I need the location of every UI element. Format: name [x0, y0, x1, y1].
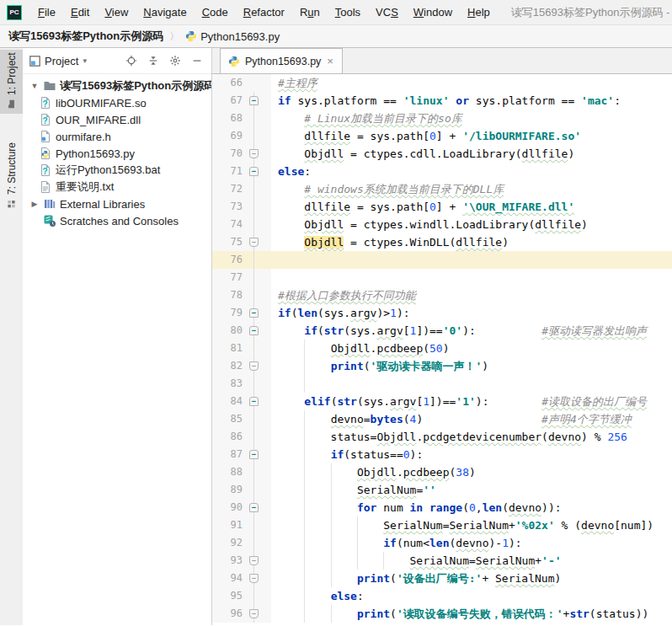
menu-item-file[interactable]: File	[30, 3, 63, 21]
fold-region-end-icon[interactable]: −	[249, 149, 259, 158]
source-text[interactable]: SerialNum=''	[271, 481, 672, 499]
code-line-91[interactable]: 91 SerialNum=SerialNum+'%02x' % (devno[n…	[212, 516, 672, 534]
source-text[interactable]: SerialNum=SerialNum+'-'	[271, 552, 672, 570]
source-text[interactable]: dllfile = sys.path[0] + '/libOURMIFARE.s…	[271, 127, 672, 145]
fold-region-end-icon[interactable]: −	[249, 556, 259, 565]
code-line-80[interactable]: 80− if(str(sys.argv[1])=='0'): #驱动读写器发出响…	[212, 322, 672, 340]
code-line-88[interactable]: 88 Objdll.pcdbeep(38)	[212, 463, 672, 481]
source-text[interactable]: status=Objdll.pcdgetdevicenumber(devno) …	[271, 428, 672, 446]
menu-item-code[interactable]: Code	[195, 3, 236, 21]
menu-item-run[interactable]: Run	[292, 3, 328, 21]
source-text[interactable]: for num in range(0,len(devno)):	[271, 499, 672, 516]
collapse-all-button[interactable]	[144, 51, 163, 70]
source-text[interactable]: else:	[271, 587, 672, 605]
locate-file-button[interactable]	[122, 51, 141, 70]
tab-close-icon[interactable]: ×	[326, 55, 334, 67]
source-text[interactable]: print('驱动读卡器嘀一声！')	[271, 357, 672, 375]
code-line-77[interactable]: 77	[212, 269, 672, 286]
source-text[interactable]: #主程序	[271, 74, 672, 92]
menu-item-vcs[interactable]: VCS	[368, 3, 406, 21]
code-line-71[interactable]: 71−else:	[212, 163, 672, 180]
code-line-79[interactable]: 79−if(len(sys.argv)>1):	[212, 304, 672, 322]
code-line-66[interactable]: 66#主程序	[212, 74, 672, 92]
menu-item-tools[interactable]: Tools	[328, 3, 368, 21]
code-line-78[interactable]: 78#根据入口参数执行不同功能	[212, 286, 672, 304]
code-line-96[interactable]: 96− print('读取设备编号失败，错误代码：'+str(status))	[212, 605, 672, 623]
fold-region-start-icon[interactable]: −	[249, 96, 259, 105]
code-line-90[interactable]: 90− for num in range(0,len(devno)):	[212, 499, 672, 516]
fold-region-end-icon[interactable]: −	[249, 609, 259, 618]
code-line-93[interactable]: 93− SerialNum=SerialNum+'-'	[212, 552, 672, 570]
breadcrumb-project[interactable]: 读写15693标签Python示例源码	[8, 29, 163, 44]
source-text[interactable]: if sys.platform == 'linux' or sys.platfo…	[271, 92, 672, 110]
stripe-tab-structure[interactable]: 7: Structure	[0, 126, 23, 213]
source-text[interactable]: else:	[271, 163, 672, 180]
code-line-82[interactable]: 82− print('驱动读卡器嘀一声！')	[212, 357, 672, 375]
settings-gear-icon[interactable]	[166, 51, 184, 70]
fold-region-start-icon[interactable]: −	[249, 450, 259, 459]
source-text[interactable]: Objdll = ctypes.cdll.LoadLibrary(dllfile…	[271, 145, 672, 163]
code-line-74[interactable]: 74 Objdll = ctypes.windll.LoadLibrary(dl…	[212, 216, 672, 233]
code-line-92[interactable]: 92 if(num<len(devno)-1):	[212, 534, 672, 552]
source-text[interactable]: # Linux加载当前目录下的so库	[271, 110, 672, 127]
source-text[interactable]: if(str(sys.argv[1])=='0'): #驱动读写器发出响声	[271, 322, 672, 340]
menu-item-help[interactable]: Help	[460, 3, 498, 21]
code-line-86[interactable]: 86 status=Objdll.pcdgetdevicenumber(devn…	[212, 428, 672, 446]
code-line-69[interactable]: 69 dllfile = sys.path[0] + '/libOURMIFAR…	[212, 127, 672, 145]
menu-item-navigate[interactable]: Navigate	[136, 3, 194, 21]
code-line-75[interactable]: 75− Objdll = ctypes.WinDLL(dllfile)	[212, 233, 672, 251]
fold-region-end-icon[interactable]: −	[249, 361, 259, 371]
code-line-73[interactable]: 73 dllfile = sys.path[0] + '\OUR_MIFARE.…	[212, 198, 672, 216]
code-editor[interactable]: 66#主程序67−if sys.platform == 'linux' or s…	[212, 74, 672, 625]
menu-item-view[interactable]: View	[97, 3, 136, 21]
source-text[interactable]	[271, 251, 672, 269]
source-text[interactable]: if(status==0):	[271, 446, 672, 463]
menu-item-window[interactable]: Window	[406, 3, 460, 21]
tree-item-3[interactable]: ourmifare.h	[23, 128, 211, 145]
fold-region-end-icon[interactable]: −	[249, 238, 259, 247]
fold-region-end-icon[interactable]: −	[249, 574, 259, 583]
source-text[interactable]: # windows系统加载当前目录下的DLL库	[271, 180, 672, 198]
code-line-67[interactable]: 67−if sys.platform == 'linux' or sys.pla…	[212, 92, 672, 110]
source-text[interactable]: #根据入口参数执行不同功能	[271, 286, 672, 304]
tree-expanded-icon[interactable]: ▼	[29, 82, 40, 90]
fold-region-start-icon[interactable]: −	[249, 308, 259, 318]
code-line-76[interactable]: 76	[212, 251, 672, 269]
source-text[interactable]: if(num<len(devno)-1):	[271, 534, 672, 552]
tree-item-7[interactable]: ▶External Libraries	[23, 195, 211, 212]
source-text[interactable]: elif(str(sys.argv[1])=='1'): #读取设备的出厂编号	[271, 393, 672, 410]
menu-item-refactor[interactable]: Refactor	[236, 3, 292, 21]
source-text[interactable]: Objdll.pcdbeep(38)	[271, 463, 672, 481]
fold-region-start-icon[interactable]: −	[249, 397, 259, 406]
source-text[interactable]: if(len(sys.argv)>1):	[271, 304, 672, 322]
fold-region-start-icon[interactable]: −	[249, 503, 259, 512]
tree-item-6[interactable]: 重要说明.txt	[23, 179, 211, 195]
code-line-70[interactable]: 70− Objdll = ctypes.cdll.LoadLibrary(dll…	[212, 145, 672, 163]
editor-tab-python15693[interactable]: Python15693.py ×	[220, 48, 343, 73]
tree-item-1[interactable]: ?libOURMIFARE.so	[23, 94, 211, 111]
tree-item-0[interactable]: ▼读写15693标签Python示例源码H	[23, 78, 211, 94]
code-line-85[interactable]: 85 devno=bytes(4) #声明4个字节缓冲	[212, 410, 672, 428]
source-text[interactable]: Objdll = ctypes.WinDLL(dllfile)	[271, 233, 672, 251]
hide-panel-button[interactable]	[188, 51, 206, 70]
code-line-87[interactable]: 87− if(status==0):	[212, 446, 672, 463]
menu-item-edit[interactable]: Edit	[63, 3, 97, 21]
fold-region-start-icon[interactable]: −	[249, 167, 259, 176]
fold-region-start-icon[interactable]: −	[249, 326, 259, 335]
tree-collapsed-icon[interactable]: ▶	[29, 200, 40, 208]
source-text[interactable]: Objdll.pcdbeep(50)	[271, 340, 672, 357]
tree-item-4[interactable]: Python15693.py	[23, 145, 211, 162]
source-text[interactable]: devno=bytes(4) #声明4个字节缓冲	[271, 410, 672, 428]
tree-item-5[interactable]: ?运行Python15693.bat	[23, 162, 211, 179]
source-text[interactable]	[271, 375, 672, 393]
stripe-tab-project[interactable]: 1: Project	[0, 50, 23, 114]
code-line-68[interactable]: 68 # Linux加载当前目录下的so库	[212, 110, 672, 127]
source-text[interactable]: print('读取设备编号失败，错误代码：'+str(status))	[271, 605, 672, 623]
code-line-89[interactable]: 89 SerialNum=''	[212, 481, 672, 499]
breadcrumb-file[interactable]: Python15693.py	[185, 30, 280, 43]
source-text[interactable]: dllfile = sys.path[0] + '\OUR_MIFARE.dll…	[271, 198, 672, 216]
source-text[interactable]: Objdll = ctypes.windll.LoadLibrary(dllfi…	[271, 216, 672, 233]
code-line-94[interactable]: 94− print('设备出厂编号:'+ SerialNum)	[212, 570, 672, 587]
code-line-83[interactable]: 83	[212, 375, 672, 393]
code-line-95[interactable]: 95 else:	[212, 587, 672, 605]
